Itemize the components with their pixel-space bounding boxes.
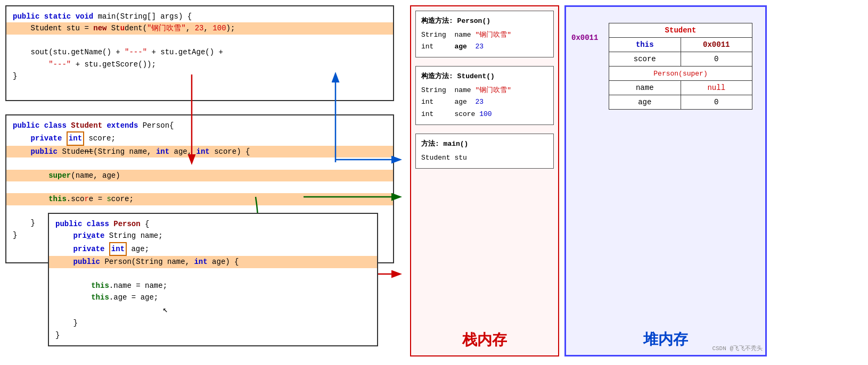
super-call-line: super(name, age) xyxy=(6,170,393,181)
person-var-age: int age 23 xyxy=(421,41,548,53)
keyword-public: public xyxy=(13,12,39,21)
stack-panel: 构造方法: Person() String name "钢门吹雪" int ag… xyxy=(410,5,559,356)
code-panel: public static void main(String[] args) {… xyxy=(5,5,405,356)
field-name-value: null xyxy=(681,81,752,95)
person-var-name: String name "钢门吹雪" xyxy=(421,29,548,41)
main-close: } xyxy=(13,72,17,80)
person-constructor-frame: 构造方法: Person() String name "钢门吹雪" int ag… xyxy=(415,11,554,57)
field-score-label: score xyxy=(609,52,681,67)
heap-panel: 0x0011 Student this 0x0011 score 0 Perso… xyxy=(564,5,767,356)
method-main: main(String[] args) { xyxy=(98,12,192,21)
sout-line: sout(stu.getName() + "---" + stu.getAge(… xyxy=(13,48,223,56)
person-class-box: public class Person { private String nam… xyxy=(48,213,378,346)
keyword-static: static xyxy=(44,12,71,21)
field-score-value: 0 xyxy=(681,52,752,67)
sout-line2: "---" + stu.getScore()); xyxy=(13,60,156,69)
main-method-box: public static void main(String[] args) {… xyxy=(5,5,394,101)
main-frame-title: 方法: main() xyxy=(421,138,548,150)
stack-label: 栈内存 xyxy=(411,325,558,355)
class-name: Student xyxy=(665,26,697,35)
field-age-label: age xyxy=(609,95,681,110)
field-name-label: name xyxy=(609,81,681,95)
heap-table: Student this 0x0011 score 0 Person(super… xyxy=(609,23,752,110)
field-person-super: Person(super) xyxy=(609,67,752,81)
field-this-label: this xyxy=(609,38,681,52)
person-frame-title: 构造方法: Person() xyxy=(421,15,548,27)
field-this-value: 0x0011 xyxy=(681,38,752,52)
heap-address: 0x0011 xyxy=(571,34,598,42)
main-frame: 方法: main() Student stu xyxy=(415,134,554,169)
field-age-value: 0 xyxy=(681,95,752,110)
student-constructor-frame: 构造方法: Student() String name "钢门吹雪" int a… xyxy=(415,66,554,125)
keyword-void: void xyxy=(76,12,94,21)
student-var-score: int score 100 xyxy=(421,109,548,120)
student-var-age: int age 23 xyxy=(421,96,548,108)
watermark: CSDN @飞飞不秃头 xyxy=(712,344,763,352)
this-score-line: this.score = score; xyxy=(6,193,393,205)
person-constructor-line: public Person(String name, int age) { xyxy=(49,256,377,268)
main-var-stu: Student stu xyxy=(421,152,548,164)
new-student-line: Student stu = new Student("钢门吹雪", 23, 10… xyxy=(6,22,393,34)
student-var-name: String name "钢门吹雪" xyxy=(421,85,548,96)
student-constructor-line: public Student(String name, int age, int… xyxy=(6,146,393,157)
student-frame-title: 构造方法: Student() xyxy=(421,71,548,82)
